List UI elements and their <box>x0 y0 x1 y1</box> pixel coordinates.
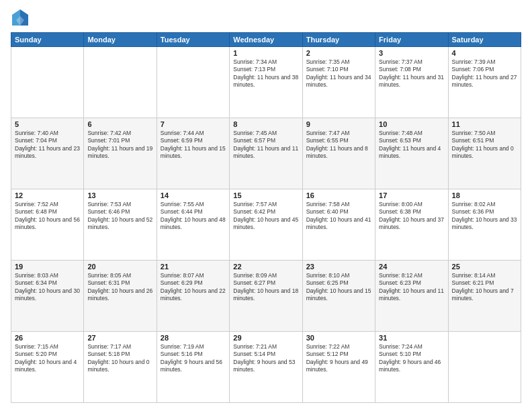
day-info: Sunrise: 7:21 AMSunset: 5:14 PMDaylight:… <box>233 343 298 374</box>
day-number: 27 <box>87 334 152 342</box>
calendar-cell: 16 Sunrise: 7:58 AMSunset: 6:40 PMDaylig… <box>302 189 375 261</box>
day-number: 10 <box>379 120 444 128</box>
day-info: Sunrise: 7:19 AMSunset: 5:16 PMDaylight:… <box>161 343 226 374</box>
calendar-week-row: 26 Sunrise: 7:15 AMSunset: 5:20 PMDaylig… <box>11 332 521 403</box>
day-info: Sunrise: 7:22 AMSunset: 5:12 PMDaylight:… <box>306 343 371 374</box>
day-number: 5 <box>15 120 80 128</box>
calendar-cell: 3 Sunrise: 7:37 AMSunset: 7:08 PMDayligh… <box>375 47 448 118</box>
calendar-cell <box>84 47 157 118</box>
calendar-cell: 29 Sunrise: 7:21 AMSunset: 5:14 PMDaylig… <box>230 332 302 403</box>
day-number: 8 <box>233 120 298 128</box>
day-number: 12 <box>15 191 80 199</box>
day-number: 16 <box>306 191 371 199</box>
day-number: 6 <box>87 120 152 128</box>
logo-icon <box>11 8 30 27</box>
calendar-cell: 10 Sunrise: 7:48 AMSunset: 6:53 PMDaylig… <box>375 118 448 189</box>
day-number: 2 <box>306 49 371 57</box>
calendar-cell <box>448 332 521 403</box>
calendar-week-row: 19 Sunrise: 8:03 AMSunset: 6:34 PMDaylig… <box>11 261 521 332</box>
calendar-cell: 24 Sunrise: 8:12 AMSunset: 6:23 PMDaylig… <box>375 261 448 332</box>
header <box>11 8 521 27</box>
day-info: Sunrise: 7:34 AMSunset: 7:13 PMDaylight:… <box>233 58 298 89</box>
day-info: Sunrise: 7:53 AMSunset: 6:46 PMDaylight:… <box>87 201 152 232</box>
calendar-cell: 12 Sunrise: 7:52 AMSunset: 6:48 PMDaylig… <box>11 189 84 261</box>
calendar-cell: 11 Sunrise: 7:50 AMSunset: 6:51 PMDaylig… <box>448 118 521 189</box>
day-info: Sunrise: 7:58 AMSunset: 6:40 PMDaylight:… <box>306 201 371 232</box>
page: SundayMondayTuesdayWednesdayThursdayFrid… <box>0 0 532 411</box>
day-info: Sunrise: 7:45 AMSunset: 6:57 PMDaylight:… <box>233 130 298 161</box>
day-number: 14 <box>161 191 226 199</box>
calendar-day-header: Wednesday <box>230 33 302 47</box>
day-number: 18 <box>452 191 517 199</box>
day-info: Sunrise: 7:24 AMSunset: 5:10 PMDaylight:… <box>379 343 444 374</box>
calendar-week-row: 1 Sunrise: 7:34 AMSunset: 7:13 PMDayligh… <box>11 47 521 118</box>
calendar-cell: 14 Sunrise: 7:55 AMSunset: 6:44 PMDaylig… <box>157 189 229 261</box>
day-number: 19 <box>15 263 80 271</box>
calendar-cell: 19 Sunrise: 8:03 AMSunset: 6:34 PMDaylig… <box>11 261 84 332</box>
day-number: 11 <box>452 120 517 128</box>
day-number: 28 <box>161 334 226 342</box>
calendar-cell: 13 Sunrise: 7:53 AMSunset: 6:46 PMDaylig… <box>84 189 157 261</box>
day-info: Sunrise: 7:47 AMSunset: 6:55 PMDaylight:… <box>306 130 371 161</box>
day-info: Sunrise: 7:55 AMSunset: 6:44 PMDaylight:… <box>161 201 226 232</box>
calendar-cell: 1 Sunrise: 7:34 AMSunset: 7:13 PMDayligh… <box>230 47 302 118</box>
day-info: Sunrise: 7:15 AMSunset: 5:20 PMDaylight:… <box>15 343 80 374</box>
day-info: Sunrise: 8:09 AMSunset: 6:27 PMDaylight:… <box>233 272 298 303</box>
day-number: 3 <box>379 49 444 57</box>
calendar-cell: 26 Sunrise: 7:15 AMSunset: 5:20 PMDaylig… <box>11 332 84 403</box>
day-number: 26 <box>15 334 80 342</box>
day-info: Sunrise: 8:03 AMSunset: 6:34 PMDaylight:… <box>15 272 80 303</box>
calendar-cell: 4 Sunrise: 7:39 AMSunset: 7:06 PMDayligh… <box>448 47 521 118</box>
day-number: 25 <box>452 263 517 271</box>
day-number: 29 <box>233 334 298 342</box>
day-number: 9 <box>306 120 371 128</box>
calendar-table: SundayMondayTuesdayWednesdayThursdayFrid… <box>11 32 521 403</box>
day-info: Sunrise: 7:17 AMSunset: 5:18 PMDaylight:… <box>87 343 152 374</box>
calendar-header-row: SundayMondayTuesdayWednesdayThursdayFrid… <box>11 33 521 47</box>
calendar-day-header: Sunday <box>11 33 84 47</box>
calendar-cell: 2 Sunrise: 7:35 AMSunset: 7:10 PMDayligh… <box>302 47 375 118</box>
calendar-cell: 15 Sunrise: 7:57 AMSunset: 6:42 PMDaylig… <box>230 189 302 261</box>
day-info: Sunrise: 7:48 AMSunset: 6:53 PMDaylight:… <box>379 130 444 161</box>
calendar-cell: 17 Sunrise: 8:00 AMSunset: 6:38 PMDaylig… <box>375 189 448 261</box>
day-number: 15 <box>233 191 298 199</box>
day-info: Sunrise: 8:05 AMSunset: 6:31 PMDaylight:… <box>87 272 152 303</box>
day-info: Sunrise: 8:07 AMSunset: 6:29 PMDaylight:… <box>161 272 226 303</box>
calendar-cell: 8 Sunrise: 7:45 AMSunset: 6:57 PMDayligh… <box>230 118 302 189</box>
calendar-cell: 6 Sunrise: 7:42 AMSunset: 7:01 PMDayligh… <box>84 118 157 189</box>
day-number: 1 <box>233 49 298 57</box>
day-number: 31 <box>379 334 444 342</box>
day-info: Sunrise: 7:37 AMSunset: 7:08 PMDaylight:… <box>379 58 444 89</box>
calendar-week-row: 12 Sunrise: 7:52 AMSunset: 6:48 PMDaylig… <box>11 189 521 261</box>
calendar-cell: 28 Sunrise: 7:19 AMSunset: 5:16 PMDaylig… <box>157 332 229 403</box>
calendar-day-header: Saturday <box>448 33 521 47</box>
calendar-cell: 5 Sunrise: 7:40 AMSunset: 7:04 PMDayligh… <box>11 118 84 189</box>
calendar-cell: 9 Sunrise: 7:47 AMSunset: 6:55 PMDayligh… <box>302 118 375 189</box>
day-info: Sunrise: 8:14 AMSunset: 6:21 PMDaylight:… <box>452 272 517 303</box>
calendar-cell: 27 Sunrise: 7:17 AMSunset: 5:18 PMDaylig… <box>84 332 157 403</box>
calendar-cell: 7 Sunrise: 7:44 AMSunset: 6:59 PMDayligh… <box>157 118 229 189</box>
day-number: 13 <box>87 191 152 199</box>
calendar-day-header: Monday <box>84 33 157 47</box>
calendar-cell: 23 Sunrise: 8:10 AMSunset: 6:25 PMDaylig… <box>302 261 375 332</box>
calendar-cell <box>11 47 84 118</box>
calendar-day-header: Thursday <box>302 33 375 47</box>
logo <box>11 8 32 27</box>
day-info: Sunrise: 7:50 AMSunset: 6:51 PMDaylight:… <box>452 130 517 161</box>
day-number: 30 <box>306 334 371 342</box>
day-number: 17 <box>379 191 444 199</box>
day-number: 7 <box>161 120 226 128</box>
day-info: Sunrise: 8:10 AMSunset: 6:25 PMDaylight:… <box>306 272 371 303</box>
day-info: Sunrise: 7:57 AMSunset: 6:42 PMDaylight:… <box>233 201 298 232</box>
calendar-cell: 22 Sunrise: 8:09 AMSunset: 6:27 PMDaylig… <box>230 261 302 332</box>
day-number: 23 <box>306 263 371 271</box>
calendar-day-header: Friday <box>375 33 448 47</box>
calendar-day-header: Tuesday <box>157 33 229 47</box>
day-info: Sunrise: 8:00 AMSunset: 6:38 PMDaylight:… <box>379 201 444 232</box>
day-info: Sunrise: 7:42 AMSunset: 7:01 PMDaylight:… <box>87 130 152 161</box>
calendar-cell: 18 Sunrise: 8:02 AMSunset: 6:36 PMDaylig… <box>448 189 521 261</box>
calendar-cell: 30 Sunrise: 7:22 AMSunset: 5:12 PMDaylig… <box>302 332 375 403</box>
day-info: Sunrise: 8:12 AMSunset: 6:23 PMDaylight:… <box>379 272 444 303</box>
day-info: Sunrise: 7:40 AMSunset: 7:04 PMDaylight:… <box>15 130 80 161</box>
day-info: Sunrise: 7:39 AMSunset: 7:06 PMDaylight:… <box>452 58 517 89</box>
